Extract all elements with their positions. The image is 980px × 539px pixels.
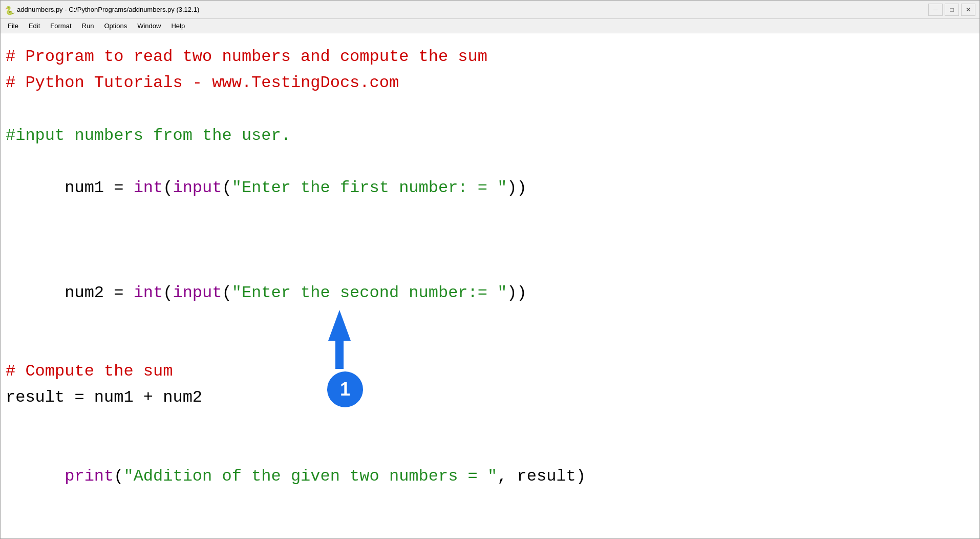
menu-window[interactable]: Window [132, 21, 166, 31]
menu-edit[interactable]: Edit [24, 21, 45, 31]
code-paren3: ( [163, 283, 173, 302]
app-icon: 🐍 [5, 6, 13, 14]
code-num1-assign: num1 = [65, 178, 133, 197]
title-bar-left: 🐍 addnumbers.py - C:/PythonPrograms/addn… [5, 6, 199, 14]
code-num2-assign: num2 = [65, 283, 133, 302]
annotation-number: 1 [340, 379, 350, 400]
code-line-11 [6, 411, 974, 437]
code-input-2: input [173, 283, 222, 302]
code-close2: )) [507, 283, 526, 302]
code-line-5: num1 = int(input("Enter the first number… [6, 149, 974, 227]
code-line-6 [6, 227, 974, 253]
minimize-button[interactable]: ─ [928, 4, 943, 16]
code-line-4: #input numbers from the user. [6, 122, 974, 149]
close-button[interactable]: ✕ [961, 4, 975, 16]
code-input-1: input [173, 178, 222, 197]
window-controls: ─ □ ✕ [928, 4, 975, 16]
window-title: addnumbers.py - C:/PythonPrograms/addnum… [17, 6, 199, 13]
menu-options[interactable]: Options [99, 21, 132, 31]
code-paren2: ( [222, 178, 231, 197]
code-line-2: # Python Tutorials - www.TestingDocs.com [6, 70, 974, 96]
code-line-8 [6, 332, 974, 358]
menu-format[interactable]: Format [45, 21, 76, 31]
code-editor[interactable]: # Program to read two numbers and comput… [1, 33, 979, 538]
code-string-1: "Enter the first number: = " [232, 178, 507, 197]
code-line-10: result = num1 + num2 [6, 384, 974, 410]
annotation-badge: 1 [327, 371, 363, 407]
code-line-7: num2 = int(input("Enter the second numbe… [6, 254, 974, 333]
title-bar: 🐍 addnumbers.py - C:/PythonPrograms/addn… [1, 1, 979, 19]
annotation-arrow [328, 310, 351, 369]
arrow-stem [335, 341, 344, 369]
code-string-3: "Addition of the given two numbers = " [123, 467, 497, 486]
code-line-1: # Program to read two numbers and comput… [6, 44, 974, 70]
menu-help[interactable]: Help [166, 21, 190, 31]
code-print: print [65, 467, 114, 486]
menu-run[interactable]: Run [77, 21, 99, 31]
code-paren4: ( [222, 283, 231, 302]
arrow-head [328, 310, 351, 341]
menu-file[interactable]: File [3, 21, 24, 31]
code-line-9: # Compute the sum [6, 358, 974, 384]
code-print-rest: , result) [497, 467, 586, 486]
code-close1: )) [507, 178, 526, 197]
code-string-2: "Enter the second number:= " [232, 283, 507, 302]
maximize-button[interactable]: □ [945, 4, 959, 16]
code-int-1: int [134, 178, 163, 197]
code-print-paren: ( [114, 467, 123, 486]
code-int-2: int [134, 283, 163, 302]
code-line-3 [6, 96, 974, 122]
menu-bar: File Edit Format Run Options Window Help [1, 19, 979, 33]
code-paren1: ( [163, 178, 173, 197]
main-window: 🐍 addnumbers.py - C:/PythonPrograms/addn… [0, 0, 980, 539]
code-line-12: print("Addition of the given two numbers… [6, 437, 974, 516]
